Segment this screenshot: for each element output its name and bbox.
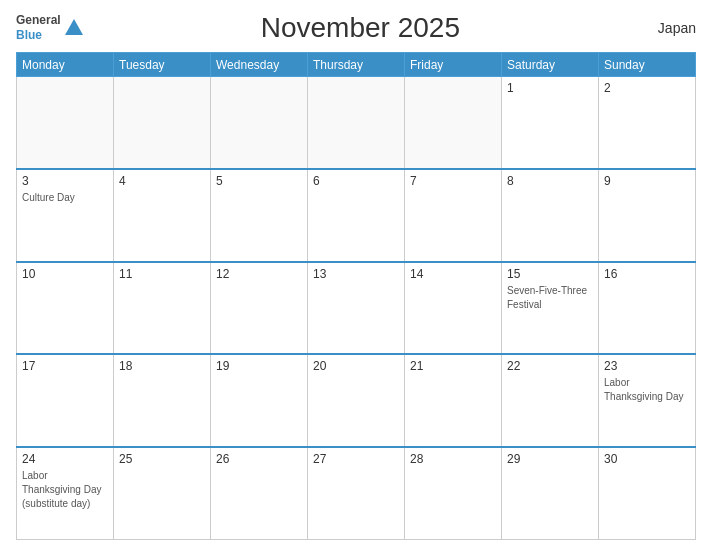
day-number: 11 — [119, 267, 205, 281]
calendar-day-cell: 27 — [308, 447, 405, 540]
calendar-day-cell — [114, 77, 211, 170]
day-event: Culture Day — [22, 192, 75, 203]
logo-general-text: General — [16, 14, 61, 27]
calendar-day-cell: 18 — [114, 354, 211, 447]
col-thursday: Thursday — [308, 53, 405, 77]
calendar-day-cell — [308, 77, 405, 170]
calendar-table: Monday Tuesday Wednesday Thursday Friday… — [16, 52, 696, 540]
calendar-day-cell: 22 — [502, 354, 599, 447]
calendar-day-cell: 6 — [308, 169, 405, 262]
calendar-day-cell: 15Seven-Five-Three Festival — [502, 262, 599, 355]
calendar-page: General Blue November 2025 Japan Monday … — [0, 0, 712, 550]
header: General Blue November 2025 Japan — [16, 12, 696, 44]
calendar-week-row: 17181920212223Labor Thanksgiving Day — [17, 354, 696, 447]
calendar-day-cell — [405, 77, 502, 170]
calendar-day-cell: 21 — [405, 354, 502, 447]
col-monday: Monday — [17, 53, 114, 77]
day-number: 9 — [604, 174, 690, 188]
day-number: 22 — [507, 359, 593, 373]
col-sunday: Sunday — [599, 53, 696, 77]
calendar-day-cell — [17, 77, 114, 170]
calendar-day-cell: 20 — [308, 354, 405, 447]
calendar-day-cell: 16 — [599, 262, 696, 355]
col-saturday: Saturday — [502, 53, 599, 77]
calendar-week-row: 3Culture Day456789 — [17, 169, 696, 262]
calendar-day-cell: 10 — [17, 262, 114, 355]
calendar-day-cell: 29 — [502, 447, 599, 540]
calendar-day-cell: 26 — [211, 447, 308, 540]
logo: General Blue — [16, 14, 85, 41]
day-number: 16 — [604, 267, 690, 281]
calendar-day-cell: 11 — [114, 262, 211, 355]
calendar-day-cell: 14 — [405, 262, 502, 355]
day-number: 14 — [410, 267, 496, 281]
calendar-title: November 2025 — [85, 12, 636, 44]
col-tuesday: Tuesday — [114, 53, 211, 77]
calendar-week-row: 12 — [17, 77, 696, 170]
day-number: 27 — [313, 452, 399, 466]
calendar-day-cell: 28 — [405, 447, 502, 540]
day-event: Labor Thanksgiving Day — [604, 377, 683, 402]
calendar-header-row: Monday Tuesday Wednesday Thursday Friday… — [17, 53, 696, 77]
svg-marker-0 — [65, 19, 83, 35]
calendar-day-cell: 9 — [599, 169, 696, 262]
col-friday: Friday — [405, 53, 502, 77]
day-number: 3 — [22, 174, 108, 188]
calendar-day-cell: 5 — [211, 169, 308, 262]
calendar-day-cell: 3Culture Day — [17, 169, 114, 262]
day-number: 30 — [604, 452, 690, 466]
day-event: Labor Thanksgiving Day (substitute day) — [22, 470, 101, 509]
day-number: 26 — [216, 452, 302, 466]
calendar-week-row: 101112131415Seven-Five-Three Festival16 — [17, 262, 696, 355]
calendar-day-cell: 19 — [211, 354, 308, 447]
day-number: 18 — [119, 359, 205, 373]
country-label: Japan — [636, 20, 696, 36]
day-number: 28 — [410, 452, 496, 466]
day-number: 15 — [507, 267, 593, 281]
calendar-day-cell — [211, 77, 308, 170]
day-number: 8 — [507, 174, 593, 188]
day-number: 4 — [119, 174, 205, 188]
day-number: 19 — [216, 359, 302, 373]
calendar-week-row: 24Labor Thanksgiving Day (substitute day… — [17, 447, 696, 540]
day-event: Seven-Five-Three Festival — [507, 285, 587, 310]
calendar-day-cell: 2 — [599, 77, 696, 170]
col-wednesday: Wednesday — [211, 53, 308, 77]
day-number: 2 — [604, 81, 690, 95]
day-number: 25 — [119, 452, 205, 466]
calendar-day-cell: 4 — [114, 169, 211, 262]
calendar-day-cell: 24Labor Thanksgiving Day (substitute day… — [17, 447, 114, 540]
day-number: 1 — [507, 81, 593, 95]
day-number: 21 — [410, 359, 496, 373]
logo-blue-text: Blue — [16, 28, 61, 42]
calendar-day-cell: 8 — [502, 169, 599, 262]
day-number: 20 — [313, 359, 399, 373]
calendar-day-cell: 17 — [17, 354, 114, 447]
calendar-day-cell: 13 — [308, 262, 405, 355]
calendar-day-cell: 12 — [211, 262, 308, 355]
day-number: 10 — [22, 267, 108, 281]
day-number: 29 — [507, 452, 593, 466]
day-number: 12 — [216, 267, 302, 281]
day-number: 23 — [604, 359, 690, 373]
calendar-day-cell: 25 — [114, 447, 211, 540]
day-number: 5 — [216, 174, 302, 188]
calendar-day-cell: 30 — [599, 447, 696, 540]
day-number: 17 — [22, 359, 108, 373]
calendar-day-cell: 23Labor Thanksgiving Day — [599, 354, 696, 447]
calendar-day-cell: 7 — [405, 169, 502, 262]
day-number: 7 — [410, 174, 496, 188]
calendar-day-cell: 1 — [502, 77, 599, 170]
day-number: 24 — [22, 452, 108, 466]
day-number: 6 — [313, 174, 399, 188]
logo-icon — [63, 17, 85, 39]
day-number: 13 — [313, 267, 399, 281]
